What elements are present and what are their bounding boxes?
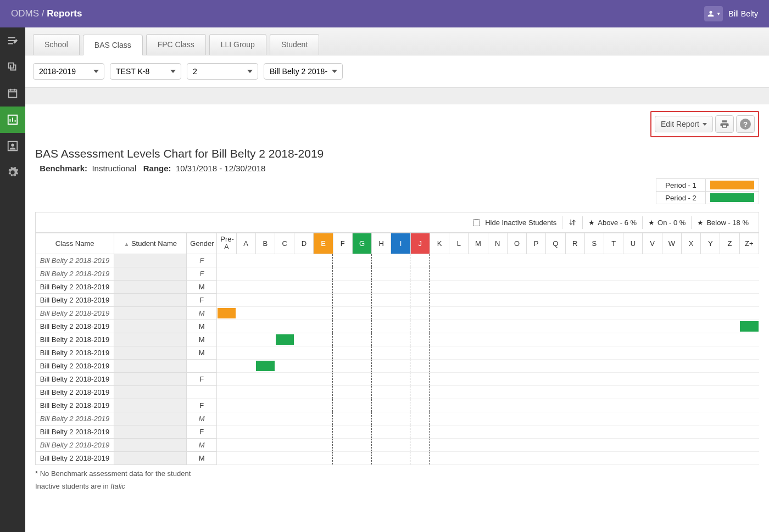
sidebar-item-reports[interactable] [0,107,25,133]
col-level-R[interactable]: R [565,233,584,254]
cell-level [275,425,294,438]
col-level-H[interactable]: H [372,233,391,254]
cell-level [604,333,623,346]
edit-report-button[interactable]: Edit Report [655,116,713,132]
cell-level [584,280,604,293]
col-level-Pre-A[interactable]: Pre-A [217,233,236,254]
cell-level [391,254,410,267]
tab-lli-group[interactable]: LLI Group [209,34,266,55]
cell-level [604,267,623,280]
cell-level [410,359,430,372]
col-level-Z+[interactable]: Z+ [739,233,759,254]
on-stat[interactable]: On - 0 % [642,216,691,229]
filter-select-2[interactable]: 2 [187,63,258,80]
user-menu[interactable]: ▼ Bill Belty [704,6,758,21]
col-level-C[interactable]: C [275,233,294,254]
sidebar-item-user[interactable] [0,133,25,159]
col-level-P[interactable]: P [527,233,546,254]
filter-select-1[interactable]: TEST K-8 [110,63,181,80]
sidebar-item-calendar[interactable] [0,80,25,107]
cell-level [294,359,314,372]
sidebar-item-assess[interactable] [0,27,25,54]
table-row: Bill Belty 2 2018-2019M [36,451,759,464]
cell-level [643,346,662,359]
cell-level [623,425,643,438]
col-level-Q[interactable]: Q [546,233,565,254]
col-level-E[interactable]: E [314,233,333,254]
col-level-U[interactable]: U [623,233,643,254]
tab-bas-class[interactable]: BAS Class [83,35,143,55]
col-level-X[interactable]: X [681,233,700,254]
filter-select-0[interactable]: 2018-2019 [33,63,104,80]
col-level-T[interactable]: T [604,233,623,254]
col-level-B[interactable]: B [255,233,275,254]
cell-level [662,385,681,399]
cell-level [449,333,469,346]
tab-student[interactable]: Student [270,34,319,55]
col-level-O[interactable]: O [507,233,526,254]
col-level-V[interactable]: V [643,233,662,254]
col-class-name[interactable]: Class Name [36,233,114,254]
cell-level [643,372,662,385]
hide-inactive-checkbox[interactable] [473,219,480,226]
cell-level [294,293,314,306]
col-level-Z[interactable]: Z [720,233,739,254]
cell-level [623,320,643,333]
cell-gender: F [187,399,217,412]
cell-gender: F [187,254,217,267]
cell-level [507,412,526,425]
col-level-J[interactable]: J [410,233,430,254]
sidebar-item-copy[interactable] [0,54,25,80]
col-level-A[interactable]: A [236,233,255,254]
tab-fpc-class[interactable]: FPC Class [146,34,206,55]
col-level-M[interactable]: M [469,233,488,254]
legend-label: Period - 2 [656,192,706,204]
cell-level [255,293,275,306]
cell-class-name: Bill Belty 2 2018-2019 [36,385,114,399]
help-button[interactable]: ? [736,115,755,133]
sidebar-item-settings[interactable] [0,159,25,186]
cell-level [294,267,314,280]
cell-level [623,412,643,425]
cell-level [391,399,410,412]
col-gender[interactable]: Gender [187,233,217,254]
filter-select-3[interactable]: Bill Belty 2 2018- [264,63,343,80]
tab-school[interactable]: School [33,34,80,55]
cell-level [294,438,314,451]
col-level-L[interactable]: L [449,233,469,254]
col-level-W[interactable]: W [662,233,681,254]
benchmark-value: Instructional [92,164,136,173]
cell-level [701,438,720,451]
cell-level [681,267,700,280]
cell-level [720,346,739,359]
cell-level [333,451,352,464]
cell-student-name [114,425,187,438]
cell-level [546,372,565,385]
above-stat[interactable]: Above - 6 % [582,216,642,229]
cell-level [681,293,700,306]
cell-class-name: Bill Belty 2 2018-2019 [36,254,114,267]
col-student-name[interactable]: ▲ Student Name [114,233,187,254]
level-block [740,321,758,332]
range-label: Range: [143,164,171,173]
col-level-Y[interactable]: Y [701,233,720,254]
below-stat[interactable]: Below - 18 % [691,216,754,229]
cell-level [643,359,662,372]
sort-button[interactable] [562,216,582,229]
col-level-F[interactable]: F [333,233,352,254]
cell-level [410,333,430,346]
col-level-N[interactable]: N [488,233,507,254]
print-button[interactable] [715,115,734,133]
col-level-D[interactable]: D [294,233,314,254]
cell-level [507,320,526,333]
cell-level [527,280,546,293]
cell-level [410,306,430,320]
cell-level [527,385,546,399]
col-level-S[interactable]: S [584,233,604,254]
col-level-G[interactable]: G [352,233,371,254]
breadcrumb[interactable]: ODMS / Reports [11,8,82,19]
hide-inactive-toggle[interactable]: Hide Inactive Students [467,216,562,229]
cell-level [701,254,720,267]
col-level-K[interactable]: K [430,233,449,254]
col-level-I[interactable]: I [391,233,410,254]
